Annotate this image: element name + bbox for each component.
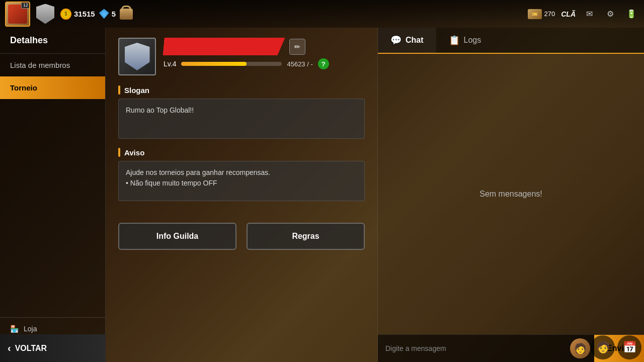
top-hud: 12 $ 31515 5 🎫 270 CLÃ ✉ ⚙ 🔋	[0, 0, 644, 28]
diamonds-value: 5	[112, 10, 116, 18]
slogan-title-row: Slogan	[118, 85, 365, 95]
guild-edit-button[interactable]: ✏	[289, 39, 305, 55]
bottom-character-icon[interactable]: 🧑	[591, 335, 615, 359]
notice-section: Aviso Ajude nos torneios para ganhar rec…	[118, 148, 365, 201]
settings-icon[interactable]: ⚙	[603, 8, 618, 20]
info-guilda-button[interactable]: Info Guilda	[118, 223, 236, 250]
help-icon[interactable]: ?	[318, 58, 329, 69]
bottom-right-icons: 🧑 📅	[591, 335, 641, 359]
members-label: Lista de membros	[10, 61, 70, 69]
diamonds-display: 5	[99, 9, 116, 19]
back-button[interactable]: ‹ VOLTAR	[0, 334, 106, 362]
rank-shield	[36, 4, 54, 24]
notice-text: Ajude nos torneios para ganhar recompens…	[126, 168, 270, 187]
bag-display[interactable]	[120, 9, 133, 20]
rank-icon	[34, 3, 56, 25]
tab-logs[interactable]: 📋 Logs	[436, 28, 494, 53]
tab-chat[interactable]: 💬 Chat	[378, 28, 436, 54]
notice-title-row: Aviso	[118, 148, 365, 157]
voucher-area: 🎫 270	[528, 9, 555, 19]
tab-chat-label: Chat	[406, 36, 424, 45]
xp-bar-fill	[181, 62, 247, 66]
player-avatar[interactable]: 12	[5, 2, 30, 27]
guild-header: ✏ Lv.4 45623 / - ?	[118, 38, 365, 75]
coins-display: $ 31515	[60, 9, 95, 20]
chat-tab-icon: 💬	[390, 35, 401, 46]
sidebar-title: Detalhes	[0, 28, 105, 54]
shop-label: Loja	[24, 325, 37, 333]
slogan-title-bar	[118, 85, 120, 95]
notice-title-text: Aviso	[124, 148, 144, 157]
bag-icon	[120, 9, 133, 20]
right-panel: 💬 Chat 📋 Logs Sem mensagens! 🧑 Enviar	[377, 28, 644, 362]
voucher-value: 270	[544, 10, 555, 18]
tournament-label: Torneio	[10, 83, 37, 92]
logs-tab-icon: 📋	[449, 35, 460, 46]
action-buttons: Info Guilda Regras	[118, 223, 365, 250]
main-layout: Detalhes Lista de membros Torneio 🏪 Loja…	[0, 28, 644, 362]
coin-icon: $	[60, 9, 71, 20]
xp-bar-container	[181, 62, 282, 66]
guild-level: Lv.4	[164, 60, 176, 68]
notice-title-bar	[118, 148, 120, 157]
hud-right: 🎫 270 CLÃ ✉ ⚙ 🔋	[528, 8, 639, 20]
slogan-box: Rumo ao Top Global!!	[118, 99, 365, 139]
battery-icon: 🔋	[624, 8, 639, 20]
chat-input[interactable]	[378, 344, 570, 352]
guild-level-row: Lv.4 45623 / - ?	[164, 58, 365, 69]
level-badge: 12	[21, 2, 30, 9]
guild-xp: 45623 / -	[287, 60, 312, 68]
notice-box: Ajude nos torneios para ganhar recompens…	[118, 161, 365, 201]
slogan-title-text: Slogan	[124, 86, 149, 95]
back-arrow-icon: ‹	[8, 342, 11, 354]
voucher-icon: 🎫	[528, 9, 542, 19]
emblem-shield-icon	[125, 43, 150, 70]
bottom-calendar-icon[interactable]: 📅	[617, 335, 641, 359]
guild-name-redacted	[163, 38, 285, 55]
clan-label: CLÃ	[561, 10, 576, 18]
sidebar-item-members[interactable]: Lista de membros	[0, 54, 105, 76]
back-label: VOLTAR	[15, 344, 47, 353]
center-content: ✏ Lv.4 45623 / - ? Slogan Rumo ao Top G	[106, 28, 377, 362]
shop-icon: 🏪	[10, 325, 19, 333]
guild-info: ✏ Lv.4 45623 / - ?	[164, 38, 365, 69]
guild-emblem	[118, 38, 156, 75]
diamond-icon	[99, 9, 109, 19]
chat-messages-area: Sem mensagens!	[378, 54, 644, 334]
chat-tabs: 💬 Chat 📋 Logs	[378, 28, 644, 54]
avatar-icon: 🧑	[574, 342, 587, 354]
guild-name-bar: ✏	[164, 38, 365, 55]
regras-button[interactable]: Regras	[247, 223, 365, 250]
left-sidebar: Detalhes Lista de membros Torneio 🏪 Loja…	[0, 28, 106, 362]
tab-logs-label: Logs	[464, 36, 481, 45]
mail-icon[interactable]: ✉	[582, 8, 597, 20]
slogan-section: Slogan Rumo ao Top Global!!	[118, 85, 365, 139]
empty-message: Sem mensagens!	[479, 190, 542, 199]
slogan-text: Rumo ao Top Global!!	[126, 106, 194, 114]
sidebar-item-tournament[interactable]: Torneio	[0, 76, 105, 99]
coins-value: 31515	[74, 10, 95, 18]
chat-user-avatar: 🧑	[570, 338, 590, 358]
